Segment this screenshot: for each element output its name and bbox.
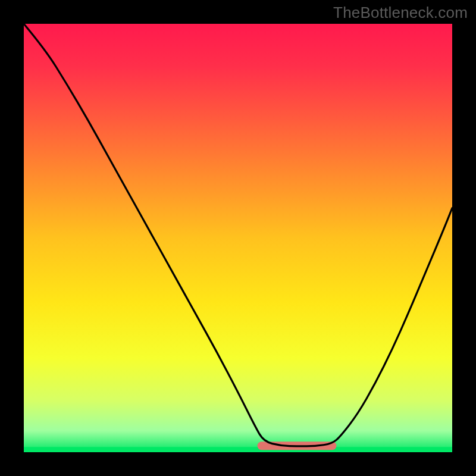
bottom-green-band <box>24 447 452 452</box>
chart-frame: TheBottleneck.com <box>0 0 476 476</box>
gradient-background <box>24 24 452 452</box>
watermark-text: TheBottleneck.com <box>333 4 468 22</box>
chart-svg <box>24 24 452 452</box>
plot-area <box>24 24 452 452</box>
